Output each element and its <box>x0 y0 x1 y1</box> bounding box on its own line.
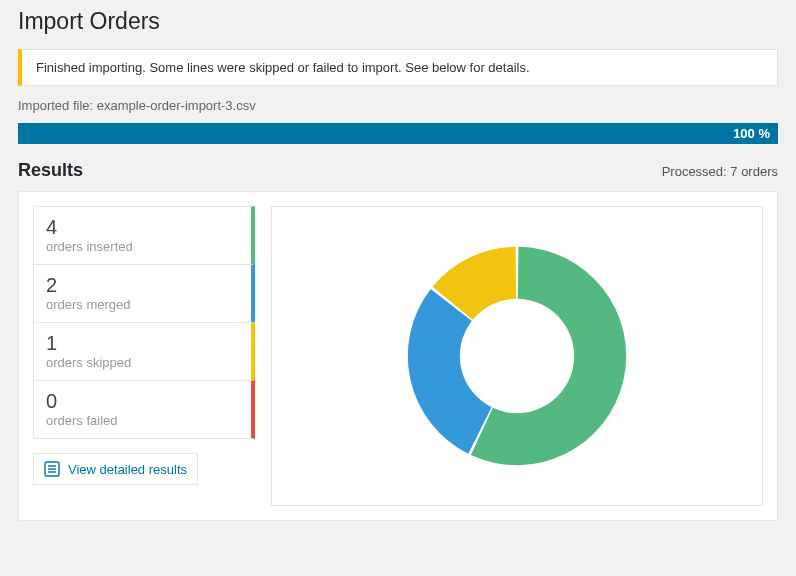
stat-merged-label: orders merged <box>46 297 239 312</box>
stat-merged: 2 orders merged <box>33 264 255 323</box>
imported-file-label: Imported file: <box>18 98 93 113</box>
view-detailed-results-button[interactable]: View detailed results <box>33 453 198 485</box>
stat-skipped-count: 1 <box>46 331 239 355</box>
stat-failed: 0 orders failed <box>33 380 255 439</box>
stat-inserted-count: 4 <box>46 215 239 239</box>
page-title: Import Orders <box>18 8 778 35</box>
stat-failed-count: 0 <box>46 389 239 413</box>
list-icon <box>44 461 60 477</box>
imported-file-line: Imported file: example-order-import-3.cs… <box>18 98 778 113</box>
results-donut-chart <box>387 226 647 486</box>
processed-count: Processed: 7 orders <box>662 164 778 179</box>
stat-inserted-label: orders inserted <box>46 239 239 254</box>
results-panel: 4 orders inserted 2 orders merged 1 orde… <box>18 191 778 521</box>
imported-file-name: example-order-import-3.csv <box>97 98 256 113</box>
stat-merged-count: 2 <box>46 273 239 297</box>
stat-failed-label: orders failed <box>46 413 239 428</box>
results-title: Results <box>18 160 83 181</box>
stat-inserted: 4 orders inserted <box>33 206 255 265</box>
stat-skipped: 1 orders skipped <box>33 322 255 381</box>
results-chart-panel <box>271 206 763 506</box>
view-detailed-results-label: View detailed results <box>68 462 187 477</box>
stat-skipped-label: orders skipped <box>46 355 239 370</box>
progress-bar: 100 % <box>18 123 778 144</box>
stats-column: 4 orders inserted 2 orders merged 1 orde… <box>33 206 255 506</box>
donut-slice <box>408 289 492 454</box>
notice-warning: Finished importing. Some lines were skip… <box>18 49 778 86</box>
